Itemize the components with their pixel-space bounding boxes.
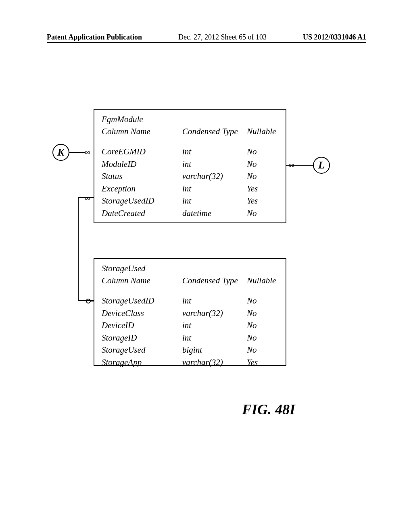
cell-type: int [182,332,247,344]
cell-nullable: No [247,158,283,170]
cell-name: StorageUsed [102,344,182,356]
cell-type: int [182,145,247,158]
cell-type: int [182,158,247,170]
connector-storageusedid-fk [73,195,94,305]
cell-nullable: No [247,207,283,219]
cell-type: varchar(32) [182,307,247,319]
table-title: EgmModule [102,114,278,125]
infinity-icon: ∞ [85,194,90,203]
reference-circle-k: K [52,144,69,161]
cell-name: StorageUsedID [102,295,182,307]
col-header-name: Column Name [102,274,182,287]
cell-type: int [182,295,247,307]
table-row: DeviceID int No [102,319,278,331]
col-header-type: Condensed Type [182,125,247,137]
figure-label: FIG. 48I [242,401,295,418]
entity-table-storageused: StorageUsed Column Name Condensed Type N… [94,258,286,366]
table-header-row: Column Name Condensed Type Nullable [102,125,278,137]
key-endpoint-icon [86,297,94,305]
cell-nullable: No [247,145,283,158]
table-row: StorageApp varchar(32) Yes [102,356,278,368]
page-header: Patent Application Publication Dec. 27, … [47,33,366,43]
cell-type: varchar(32) [182,170,247,182]
cell-name: ModuleID [102,158,182,170]
reference-letter-l: L [318,159,325,171]
table-row: StorageUsed bigint No [102,344,278,356]
table-row: StorageUsedID int Yes [102,195,278,207]
cell-nullable: No [247,295,283,307]
infinity-icon: ∞ [289,161,294,170]
table-row: Exception int Yes [102,183,278,195]
cell-name: Status [102,170,182,182]
header-right: US 2012/0331046 A1 [303,33,366,42]
table-row: StorageID int No [102,332,278,344]
cell-nullable: No [247,170,283,182]
infinity-icon: ∞ [85,148,90,157]
cell-name: DeviceClass [102,307,182,319]
cell-type: bigint [182,344,247,356]
table-row: DateCreated datetime No [102,207,278,219]
cell-nullable: No [247,319,283,331]
col-header-nullable: Nullable [247,125,283,137]
cell-name: CoreEGMID [102,145,182,158]
cell-type: int [182,183,247,195]
table-title: StorageUsed [102,264,278,274]
col-header-nullable: Nullable [247,274,283,287]
header-left: Patent Application Publication [47,33,142,42]
cell-name: DeviceID [102,319,182,331]
cell-nullable: Yes [247,183,283,195]
table-row: StorageUsedID int No [102,295,278,307]
svg-point-2 [86,299,90,303]
cell-type: datetime [182,207,247,219]
table-row: Status varchar(32) No [102,170,278,182]
cell-name: DateCreated [102,207,182,219]
cell-name: StorageUsedID [102,195,182,207]
cell-nullable: Yes [247,195,283,207]
cell-nullable: No [247,344,283,356]
table-row: ModuleID int No [102,158,278,170]
cell-name: Exception [102,183,182,195]
table-row: DeviceClass varchar(32) No [102,307,278,319]
col-header-name: Column Name [102,125,182,137]
reference-circle-l: L [313,157,330,174]
cell-nullable: No [247,332,283,344]
table-header-row: Column Name Condensed Type Nullable [102,274,278,287]
reference-letter-k: K [57,146,64,158]
cell-type: varchar(32) [182,356,247,368]
entity-table-egmmodule: EgmModule Column Name Condensed Type Nul… [94,109,286,223]
header-center: Dec. 27, 2012 Sheet 65 of 103 [178,33,267,42]
cell-nullable: Yes [247,356,283,368]
cell-name: StorageID [102,332,182,344]
cell-type: int [182,195,247,207]
col-header-type: Condensed Type [182,274,247,287]
cell-name: StorageApp [102,356,182,368]
table-row: CoreEGMID int No [102,145,278,158]
cell-type: int [182,319,247,331]
cell-nullable: No [247,307,283,319]
